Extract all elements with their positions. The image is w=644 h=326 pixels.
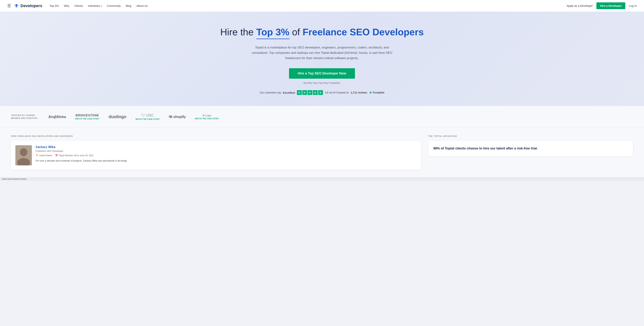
star-4: ★	[313, 90, 318, 95]
chevron-down-icon	[101, 4, 102, 7]
trustpilot-reviews: 1,711 reviews	[350, 91, 367, 94]
location-text: United States	[39, 154, 52, 157]
brand-duolingo: duolingo	[108, 114, 126, 119]
headline-bold: Freelance SEO Developers	[302, 27, 424, 37]
nav-why[interactable]: Why	[64, 4, 70, 7]
nav-top3[interactable]: Top 3%	[50, 4, 59, 7]
trustpilot-logo: ★ Trustpilot	[369, 90, 384, 95]
login-link[interactable]: Log In	[629, 4, 637, 7]
trustpilot-row: Our customers say Excellent ★ ★ ★ ★ ★ 4.…	[7, 90, 637, 95]
brand-bridgestone[interactable]: BRIDGESTONE WATCH THE CASE STUDY	[75, 114, 100, 120]
developer-name[interactable]: Zackary Wika	[36, 145, 416, 149]
nav-links: Top 3% Why Clients Industries Community …	[50, 4, 567, 7]
developer-meta: 📍 United States 📅 Toptal Member Since Ju…	[36, 154, 416, 157]
no-risk-text: No-Risk Trial, Pay Only If Satisfied.	[7, 82, 637, 84]
star-5: ★	[318, 90, 323, 95]
brand-kraftheinz: KraftHeinz	[48, 114, 66, 119]
kraftheinz-logo: KraftHeinz	[48, 114, 66, 119]
avatar-placeholder	[16, 145, 32, 165]
star-2: ★	[302, 90, 307, 95]
bridgestone-case-study[interactable]: WATCH THE CASE STUDY	[75, 118, 100, 120]
advantage-section-label: THE TOPTAL ADVANTAGE	[428, 135, 633, 137]
hero-section: Hire the Top 3% of Freelance SEO Develop…	[0, 12, 644, 106]
status-url: https://www.toptal.com/why	[2, 178, 26, 180]
svg-point-4	[20, 148, 27, 156]
nav-about[interactable]: About Us	[136, 4, 148, 7]
last-brand-case-study[interactable]: WATCH THE CASE STUDY	[195, 118, 219, 120]
star-1: ★	[297, 90, 302, 95]
member-since-text: Toptal Member Since June 30, 2021	[58, 154, 94, 157]
apply-developer-link[interactable]: Apply as a Developer	[566, 4, 593, 7]
brands-section: TRUSTED BY LEADINGBRANDS AND STARTUPS Kr…	[0, 106, 644, 128]
bridgestone-logo: BRIDGESTONE	[76, 114, 99, 117]
stars-container: ★ ★ ★ ★ ★	[297, 90, 323, 95]
brand-last[interactable]: ⚙ Logo WATCH THE CASE STUDY	[195, 114, 219, 120]
hero-headline: Hire the Top 3% of Freelance SEO Develop…	[7, 26, 637, 38]
usc-case-study[interactable]: WATCH THE CASE STUDY	[136, 118, 160, 120]
developers-section-label: HIRE FREELANCE SEO DEVELOPERS AND ENGINE…	[11, 135, 421, 137]
developer-member-since: 📅 Toptal Member Since June 30, 2021	[55, 154, 94, 157]
developer-description: For over a decade and hundreds of projec…	[36, 159, 416, 163]
trustpilot-score: 4.8 out of 5 based on	[325, 91, 349, 94]
navbar: ☰ Developers Top 3% Why Clients Industri…	[0, 0, 644, 12]
brands-label: TRUSTED BY LEADINGBRANDS AND STARTUPS	[11, 114, 38, 120]
status-bar: https://www.toptal.com/why	[0, 177, 644, 181]
hamburger-icon[interactable]: ☰	[7, 3, 11, 8]
brands-logos: KraftHeinz BRIDGESTONE WATCH THE CASE ST…	[48, 113, 633, 120]
brand-usc[interactable]: 🛡 USC WATCH THE CASE STUDY	[136, 113, 160, 120]
nav-clients[interactable]: Clients	[74, 4, 83, 7]
brand-shopify: 🛍 shopify	[169, 115, 186, 119]
headline-highlight: Top 3%	[256, 26, 290, 38]
nav-industries[interactable]: Industries	[88, 4, 102, 7]
lower-section: HIRE FREELANCE SEO DEVELOPERS AND ENGINE…	[0, 128, 644, 177]
developer-avatar	[16, 145, 32, 165]
headline-start: Hire the	[220, 27, 256, 37]
headline-middle: of	[290, 27, 302, 37]
trustpilot-rating-label: Excellent	[283, 91, 295, 94]
usc-shield-icon: 🛡 USC	[141, 113, 154, 117]
duolingo-logo: duolingo	[108, 114, 126, 119]
calendar-icon: 📅	[55, 154, 58, 157]
developer-title: Freelance SEO Developer	[36, 150, 416, 152]
developers-panel: HIRE FREELANCE SEO DEVELOPERS AND ENGINE…	[11, 135, 421, 170]
logo-text: Developers	[20, 3, 42, 8]
advantage-card: 98% of Toptal clients choose to hire our…	[428, 141, 633, 156]
hero-cta-button[interactable]: Hire a Top SEO Developer Now	[289, 68, 355, 79]
avatar-image	[16, 145, 32, 165]
star-3: ★	[308, 90, 312, 95]
developer-info: Zackary Wika Freelance SEO Developer 📍 U…	[36, 145, 416, 165]
advantage-panel: THE TOPTAL ADVANTAGE 98% of Toptal clien…	[428, 135, 633, 170]
nav-community[interactable]: Community	[107, 4, 121, 7]
nav-actions: Apply as a Developer Hire a Developer Lo…	[566, 2, 637, 9]
trustpilot-prefix: Our customers say	[260, 91, 281, 94]
location-icon: 📍	[36, 154, 38, 157]
nav-blog[interactable]: Blog	[126, 4, 131, 7]
developer-location: 📍 United States	[36, 154, 52, 157]
hero-description: Toptal is a marketplace for top SEO deve…	[250, 45, 394, 61]
trustpilot-platform: Trustpilot	[373, 91, 384, 94]
last-brand-logo: ⚙ Logo	[202, 114, 211, 117]
logo[interactable]: Developers	[14, 3, 42, 8]
advantage-text: 98% of Toptal clients choose to hire our…	[433, 146, 628, 151]
developer-card: Zackary Wika Freelance SEO Developer 📍 U…	[11, 141, 421, 170]
trustpilot-star-icon: ★	[369, 90, 372, 95]
logo-icon	[14, 3, 19, 8]
hire-developer-nav-button[interactable]: Hire a Developer	[596, 2, 625, 9]
shopify-logo: 🛍 shopify	[169, 115, 186, 119]
